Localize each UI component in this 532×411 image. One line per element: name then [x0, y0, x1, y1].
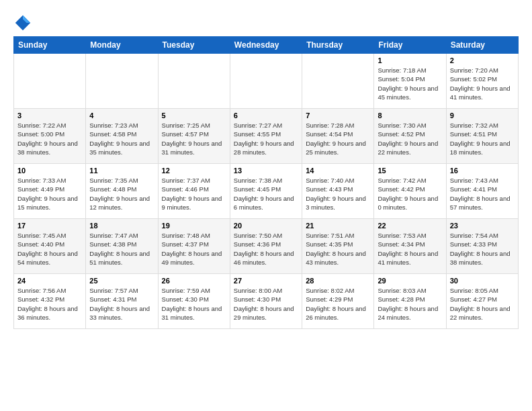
calendar-cell: 26Sunrise: 7:59 AM Sunset: 4:30 PM Dayli…	[158, 274, 230, 329]
day-info: Sunrise: 7:43 AM Sunset: 4:41 PM Dayligh…	[450, 176, 515, 212]
day-number: 16	[450, 167, 515, 175]
calendar-cell: 11Sunrise: 7:35 AM Sunset: 4:48 PM Dayli…	[86, 164, 158, 219]
day-info: Sunrise: 7:32 AM Sunset: 4:51 PM Dayligh…	[450, 121, 515, 156]
calendar-header-monday: Monday	[86, 37, 158, 54]
day-info: Sunrise: 7:51 AM Sunset: 4:35 PM Dayligh…	[306, 231, 370, 267]
day-number: 25	[89, 277, 154, 285]
day-number: 29	[378, 277, 442, 285]
calendar-cell: 13Sunrise: 7:38 AM Sunset: 4:45 PM Dayli…	[230, 164, 302, 219]
calendar-week-row: 17Sunrise: 7:45 AM Sunset: 4:40 PM Dayli…	[14, 219, 519, 274]
day-number: 1	[378, 56, 442, 64]
calendar-cell: 19Sunrise: 7:48 AM Sunset: 4:37 PM Dayli…	[158, 219, 230, 274]
day-number: 5	[162, 111, 226, 120]
calendar-cell	[302, 54, 374, 109]
calendar-cell	[86, 54, 158, 109]
day-info: Sunrise: 7:25 AM Sunset: 4:57 PM Dayligh…	[162, 121, 226, 156]
day-number: 22	[378, 222, 442, 230]
calendar-cell: 4Sunrise: 7:23 AM Sunset: 4:58 PM Daylig…	[86, 109, 158, 164]
calendar-cell: 17Sunrise: 7:45 AM Sunset: 4:40 PM Dayli…	[14, 219, 86, 274]
day-number: 15	[378, 167, 442, 175]
day-info: Sunrise: 8:00 AM Sunset: 4:30 PM Dayligh…	[234, 286, 298, 322]
calendar-cell: 22Sunrise: 7:53 AM Sunset: 4:34 PM Dayli…	[374, 219, 446, 274]
calendar-header-saturday: Saturday	[446, 37, 518, 54]
day-info: Sunrise: 7:30 AM Sunset: 4:52 PM Dayligh…	[378, 121, 442, 156]
calendar: SundayMondayTuesdayWednesdayThursdayFrid…	[13, 36, 519, 329]
calendar-cell: 5Sunrise: 7:25 AM Sunset: 4:57 PM Daylig…	[158, 109, 230, 164]
calendar-cell: 8Sunrise: 7:30 AM Sunset: 4:52 PM Daylig…	[374, 109, 446, 164]
day-number: 21	[306, 222, 370, 230]
calendar-cell: 23Sunrise: 7:54 AM Sunset: 4:33 PM Dayli…	[446, 219, 518, 274]
calendar-cell: 9Sunrise: 7:32 AM Sunset: 4:51 PM Daylig…	[446, 109, 518, 164]
calendar-cell: 29Sunrise: 8:03 AM Sunset: 4:28 PM Dayli…	[374, 274, 446, 329]
day-info: Sunrise: 7:37 AM Sunset: 4:46 PM Dayligh…	[162, 176, 226, 212]
day-info: Sunrise: 7:48 AM Sunset: 4:37 PM Dayligh…	[162, 231, 226, 267]
day-number: 27	[234, 277, 298, 285]
day-number: 26	[162, 277, 226, 285]
page: SundayMondayTuesdayWednesdayThursdayFrid…	[0, 0, 532, 336]
calendar-cell: 7Sunrise: 7:28 AM Sunset: 4:54 PM Daylig…	[302, 109, 374, 164]
day-number: 19	[162, 222, 226, 230]
calendar-cell: 16Sunrise: 7:43 AM Sunset: 4:41 PM Dayli…	[446, 164, 518, 219]
day-number: 23	[450, 222, 515, 230]
day-number: 8	[378, 111, 442, 120]
day-number: 14	[306, 167, 370, 175]
calendar-week-row: 1Sunrise: 7:18 AM Sunset: 5:04 PM Daylig…	[14, 54, 519, 109]
calendar-cell: 21Sunrise: 7:51 AM Sunset: 4:35 PM Dayli…	[302, 219, 374, 274]
day-number: 11	[89, 167, 154, 175]
day-info: Sunrise: 8:05 AM Sunset: 4:27 PM Dayligh…	[450, 286, 515, 322]
day-info: Sunrise: 7:45 AM Sunset: 4:40 PM Dayligh…	[17, 231, 82, 267]
calendar-cell	[230, 54, 302, 109]
calendar-cell: 2Sunrise: 7:20 AM Sunset: 5:02 PM Daylig…	[446, 54, 518, 109]
day-number: 30	[450, 277, 515, 285]
calendar-cell: 30Sunrise: 8:05 AM Sunset: 4:27 PM Dayli…	[446, 274, 518, 329]
day-info: Sunrise: 7:35 AM Sunset: 4:48 PM Dayligh…	[89, 176, 154, 212]
calendar-cell: 25Sunrise: 7:57 AM Sunset: 4:31 PM Dayli…	[86, 274, 158, 329]
day-number: 3	[17, 111, 82, 120]
calendar-header-thursday: Thursday	[302, 37, 374, 54]
logo-icon	[13, 13, 32, 32]
day-info: Sunrise: 7:40 AM Sunset: 4:43 PM Dayligh…	[306, 176, 370, 212]
calendar-cell: 12Sunrise: 7:37 AM Sunset: 4:46 PM Dayli…	[158, 164, 230, 219]
logo	[13, 12, 35, 32]
day-info: Sunrise: 7:27 AM Sunset: 4:55 PM Dayligh…	[234, 121, 298, 156]
calendar-week-row: 24Sunrise: 7:56 AM Sunset: 4:32 PM Dayli…	[14, 274, 519, 329]
calendar-header-friday: Friday	[374, 37, 446, 54]
day-number: 12	[162, 167, 226, 175]
day-number: 17	[17, 222, 82, 230]
day-info: Sunrise: 8:03 AM Sunset: 4:28 PM Dayligh…	[378, 286, 442, 322]
day-number: 4	[89, 111, 154, 120]
day-number: 28	[306, 277, 370, 285]
day-number: 10	[17, 167, 82, 175]
calendar-header-sunday: Sunday	[14, 37, 86, 54]
calendar-cell: 10Sunrise: 7:33 AM Sunset: 4:49 PM Dayli…	[14, 164, 86, 219]
day-info: Sunrise: 7:20 AM Sunset: 5:02 PM Dayligh…	[450, 66, 515, 101]
calendar-cell: 28Sunrise: 8:02 AM Sunset: 4:29 PM Dayli…	[302, 274, 374, 329]
header	[13, 12, 519, 32]
calendar-cell: 15Sunrise: 7:42 AM Sunset: 4:42 PM Dayli…	[374, 164, 446, 219]
day-info: Sunrise: 7:59 AM Sunset: 4:30 PM Dayligh…	[162, 286, 226, 322]
calendar-header-row: SundayMondayTuesdayWednesdayThursdayFrid…	[14, 37, 519, 54]
day-number: 24	[17, 277, 82, 285]
calendar-cell	[158, 54, 230, 109]
calendar-cell: 6Sunrise: 7:27 AM Sunset: 4:55 PM Daylig…	[230, 109, 302, 164]
day-info: Sunrise: 7:57 AM Sunset: 4:31 PM Dayligh…	[89, 286, 154, 322]
day-info: Sunrise: 7:42 AM Sunset: 4:42 PM Dayligh…	[378, 176, 442, 212]
calendar-week-row: 3Sunrise: 7:22 AM Sunset: 5:00 PM Daylig…	[14, 109, 519, 164]
day-info: Sunrise: 7:56 AM Sunset: 4:32 PM Dayligh…	[17, 286, 82, 322]
day-info: Sunrise: 8:02 AM Sunset: 4:29 PM Dayligh…	[306, 286, 370, 322]
calendar-cell: 1Sunrise: 7:18 AM Sunset: 5:04 PM Daylig…	[374, 54, 446, 109]
day-number: 6	[234, 111, 298, 120]
day-info: Sunrise: 7:50 AM Sunset: 4:36 PM Dayligh…	[234, 231, 298, 267]
day-info: Sunrise: 7:23 AM Sunset: 4:58 PM Dayligh…	[89, 121, 154, 156]
day-info: Sunrise: 7:53 AM Sunset: 4:34 PM Dayligh…	[378, 231, 442, 267]
day-info: Sunrise: 7:47 AM Sunset: 4:38 PM Dayligh…	[89, 231, 154, 267]
day-number: 13	[234, 167, 298, 175]
day-info: Sunrise: 7:22 AM Sunset: 5:00 PM Dayligh…	[17, 121, 82, 156]
calendar-week-row: 10Sunrise: 7:33 AM Sunset: 4:49 PM Dayli…	[14, 164, 519, 219]
calendar-cell	[14, 54, 86, 109]
day-number: 7	[306, 111, 370, 120]
day-number: 9	[450, 111, 515, 120]
calendar-cell: 18Sunrise: 7:47 AM Sunset: 4:38 PM Dayli…	[86, 219, 158, 274]
calendar-cell: 20Sunrise: 7:50 AM Sunset: 4:36 PM Dayli…	[230, 219, 302, 274]
calendar-cell: 3Sunrise: 7:22 AM Sunset: 5:00 PM Daylig…	[14, 109, 86, 164]
